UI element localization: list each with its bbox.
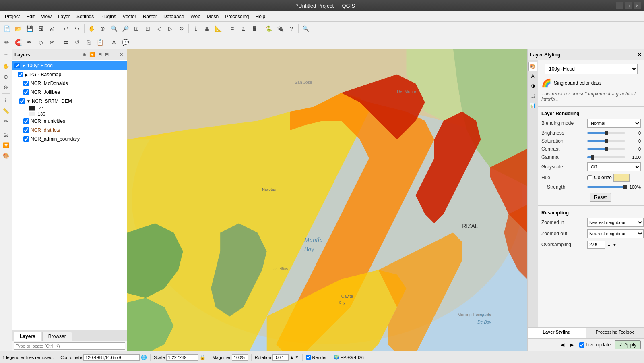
stats-btn[interactable]: Σ xyxy=(238,23,249,34)
strength-thumb[interactable] xyxy=(623,185,627,189)
rotate-btn[interactable]: ↺ xyxy=(72,37,83,48)
zoom-prev-btn[interactable]: ◁ xyxy=(154,23,164,34)
layer-item-ncr-mcdonalds[interactable]: NCR_McDonalds xyxy=(12,79,127,88)
contrast-thumb[interactable] xyxy=(605,147,608,151)
menu-project[interactable]: Project xyxy=(2,13,23,20)
locate-input[interactable] xyxy=(14,342,125,350)
oversampling-spinner-down[interactable]: ▼ xyxy=(613,243,617,247)
tab-layers[interactable]: Layers xyxy=(14,332,41,341)
gamma-slider[interactable]: 1.00 xyxy=(587,155,641,160)
menu-vector[interactable]: Vector xyxy=(120,13,140,20)
zoom-out-tool[interactable]: ⊖ xyxy=(1,82,11,92)
pan-map-btn[interactable]: ⊕ xyxy=(97,23,108,34)
contrast-slider[interactable]: 0 xyxy=(587,147,641,151)
styling-icon-label[interactable]: A xyxy=(528,72,537,81)
live-update-checkbox[interactable] xyxy=(579,342,584,348)
annotation-btn[interactable]: 💬 xyxy=(120,37,130,48)
copy-btn[interactable]: ⎘ xyxy=(83,37,94,48)
layer-checkbox-ncr-jollibee[interactable] xyxy=(23,89,29,95)
layers-add-btn[interactable]: ⊕ xyxy=(81,52,87,58)
styling-icon-mask[interactable]: ◑ xyxy=(528,81,537,90)
zoom-extent-btn[interactable]: ⊞ xyxy=(131,23,142,34)
menu-mesh[interactable]: Mesh xyxy=(204,13,222,20)
window-controls[interactable]: ─ □ ✕ xyxy=(616,2,641,9)
layer-item-ncr-jollibee[interactable]: NCR_Jollibee xyxy=(12,88,127,97)
close-btn[interactable]: ✕ xyxy=(634,2,641,9)
style-tool[interactable]: 🎨 xyxy=(1,151,11,160)
colorize-checkbox[interactable] xyxy=(587,175,592,180)
layer-checkbox-pgp-basemap[interactable] xyxy=(18,72,23,77)
minimize-btn[interactable]: ─ xyxy=(616,2,623,9)
rotation-down-btn[interactable]: ▼ xyxy=(295,355,299,359)
layers-expand-btn[interactable]: ⊞ xyxy=(104,52,110,58)
layer-item-ncr-admin-boundary[interactable]: NCR_admin_boundary xyxy=(12,135,127,143)
saturation-thumb[interactable] xyxy=(605,139,608,143)
undo-btn[interactable]: ↩ xyxy=(61,23,71,34)
identify-tool[interactable]: ℹ xyxy=(1,95,11,105)
refresh-btn[interactable]: ↻ xyxy=(176,23,187,34)
styling-icon-diagram[interactable]: 📊 xyxy=(528,101,537,110)
identify-btn[interactable]: ℹ xyxy=(190,23,201,34)
annotate-tool[interactable]: ✏ xyxy=(1,116,11,126)
render-checkbox[interactable] xyxy=(306,355,311,360)
layer-checkbox-ncr-srtm-dem[interactable] xyxy=(19,98,25,104)
print-btn[interactable]: 🖨 xyxy=(47,23,57,34)
menu-web[interactable]: Web xyxy=(187,13,203,20)
pan-btn[interactable]: ✋ xyxy=(86,23,97,34)
gamma-slider-track[interactable] xyxy=(587,156,625,158)
brightness-slider[interactable]: 0 xyxy=(587,131,641,135)
styling-icon-3d[interactable]: ⬚ xyxy=(528,91,537,100)
menu-help[interactable]: Help xyxy=(252,13,269,20)
scale-input[interactable] xyxy=(166,354,198,361)
menu-settings[interactable]: Settings xyxy=(73,13,97,20)
layer-checkbox-ncr-admin-boundary[interactable] xyxy=(23,136,29,142)
map-area[interactable]: Manila Bay RIZAL San Jose Del Monte Cavi… xyxy=(127,49,527,351)
snap-btn[interactable]: 🧲 xyxy=(13,37,23,48)
zoom-in-tool[interactable]: ⊕ xyxy=(1,72,11,81)
attr-table-btn[interactable]: ≡ xyxy=(227,23,237,34)
layer-item-ncr-srtm-dem[interactable]: ▼ NCR_SRTM_DEM xyxy=(12,97,127,106)
blending-mode-select[interactable]: Normal Multiply Screen xyxy=(587,119,641,128)
delete-btn[interactable]: ✂ xyxy=(47,37,57,48)
saturation-slider[interactable]: 0 xyxy=(587,139,641,143)
menu-plugins[interactable]: Plugins xyxy=(97,13,119,20)
zoomed-out-select[interactable]: Nearest neighbour Bilinear Cubic xyxy=(587,229,644,238)
menu-layer[interactable]: Layer xyxy=(55,13,73,20)
label-btn[interactable]: A xyxy=(109,37,119,48)
layer-item-ncr-municities[interactable]: NCR_municities xyxy=(12,117,127,126)
epsg-item[interactable]: 🌍 EPSG:4326 xyxy=(334,355,364,360)
reset-btn[interactable]: Reset xyxy=(590,193,611,202)
open-project-btn[interactable]: 📂 xyxy=(13,23,23,34)
digitize-btn[interactable]: ✏ xyxy=(2,37,12,48)
saturation-slider-track[interactable] xyxy=(587,140,625,142)
brightness-slider-track[interactable] xyxy=(587,132,625,134)
node-btn[interactable]: ◇ xyxy=(35,37,46,48)
menu-edit[interactable]: Edit xyxy=(23,13,38,20)
gamma-thumb[interactable] xyxy=(591,155,594,160)
menu-raster[interactable]: Raster xyxy=(140,13,160,20)
move-btn[interactable]: ⇄ xyxy=(61,37,71,48)
zoom-out-btn[interactable]: 🔎 xyxy=(120,23,130,34)
field-calc-btn[interactable]: 🖩 xyxy=(250,23,260,34)
search-btn[interactable]: 🔍 xyxy=(300,23,311,34)
menu-processing[interactable]: Processing xyxy=(222,13,252,20)
lock-icon[interactable]: 🔓 xyxy=(200,355,206,360)
paste-btn[interactable]: 📋 xyxy=(95,37,105,48)
layer-checkbox-ncr-districts[interactable] xyxy=(23,127,29,133)
select-features-btn[interactable]: ⬚ xyxy=(1,51,11,60)
layers-more-btn[interactable]: ⋮ xyxy=(111,52,118,58)
plugins-btn[interactable]: 🔌 xyxy=(275,23,285,34)
rotation-up-btn[interactable]: ▲ xyxy=(290,355,294,359)
measure-btn[interactable]: 📐 xyxy=(213,23,223,34)
styling-panel-close-btn[interactable]: ✕ xyxy=(637,52,642,58)
layers-filter-btn[interactable]: 🔽 xyxy=(88,52,96,58)
grayscale-select[interactable]: Off By luminosity By lightness xyxy=(587,162,641,171)
python-btn[interactable]: 🐍 xyxy=(264,23,274,34)
apply-btn[interactable]: ✓ Apply xyxy=(615,340,641,349)
select-btn[interactable]: ▦ xyxy=(202,23,212,34)
layer-tool[interactable]: 🗂 xyxy=(1,130,11,139)
layer-checkbox-ncr-mcdonalds[interactable] xyxy=(23,81,29,86)
edit-btn[interactable]: ✒ xyxy=(24,37,35,48)
maximize-btn[interactable]: □ xyxy=(625,2,632,9)
zoom-layer-btn[interactable]: ⊡ xyxy=(142,23,153,34)
